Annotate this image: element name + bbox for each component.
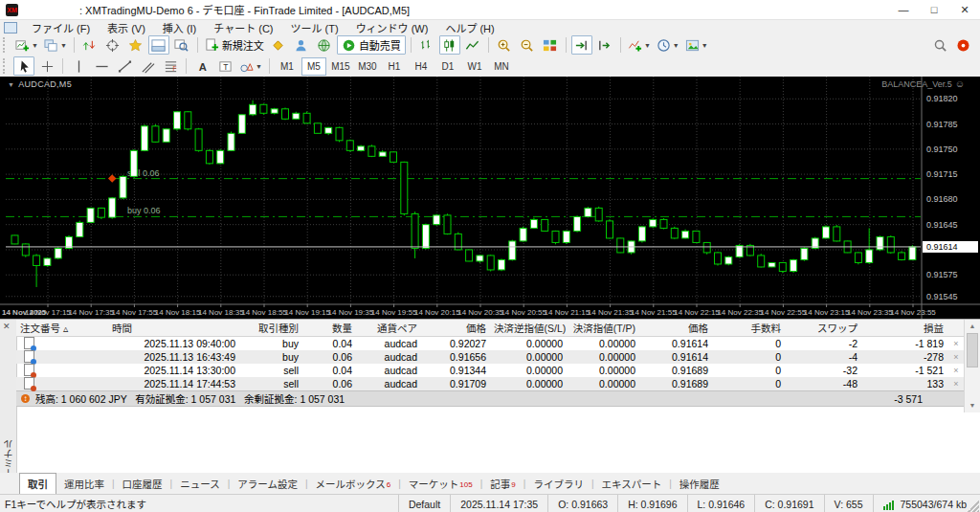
- column-header[interactable]: 時間: [108, 321, 239, 335]
- scroll-down-icon[interactable]: ▼: [965, 399, 980, 412]
- terminal-panel-button[interactable]: [148, 35, 169, 55]
- shapes-tool-button[interactable]: ▼: [237, 56, 264, 76]
- timeframe-m5-button[interactable]: M5: [301, 57, 326, 76]
- menu-item-4[interactable]: ツール (T): [282, 20, 347, 35]
- column-header[interactable]: 価格: [421, 321, 490, 335]
- minimize-button[interactable]: —: [888, 0, 919, 19]
- indicators-button[interactable]: ▼: [626, 35, 653, 55]
- column-header[interactable]: 手数料: [712, 321, 785, 335]
- fibonacci-tool-button[interactable]: F: [160, 56, 181, 76]
- menu-item-5[interactable]: ウィンドウ (W): [347, 20, 437, 35]
- templates-button[interactable]: ▼: [683, 35, 710, 55]
- dropdown-arrow-icon[interactable]: ▼: [644, 42, 651, 49]
- terminal-tab-5[interactable]: メールボックス6: [308, 474, 399, 494]
- notifications-button[interactable]: [952, 35, 973, 55]
- timeframe-mn-button[interactable]: MN: [489, 57, 514, 76]
- maximize-button[interactable]: □: [919, 0, 949, 19]
- search-button[interactable]: [929, 35, 950, 55]
- timeframe-h4-button[interactable]: H4: [409, 57, 434, 76]
- profiles-button[interactable]: ▼: [42, 35, 69, 55]
- chevron-down-icon[interactable]: ▼: [8, 81, 14, 88]
- close-position-icon[interactable]: ×: [947, 379, 965, 389]
- chart-symbol-label[interactable]: ▼AUDCAD,M5: [8, 79, 72, 89]
- resize-grip[interactable]: [968, 501, 979, 512]
- terminal-tab-10[interactable]: 操作履歴: [672, 474, 727, 494]
- column-header[interactable]: 注文番号 ▵: [16, 321, 108, 335]
- crosshair-tool-button[interactable]: [36, 56, 57, 76]
- menu-item-6[interactable]: ヘルプ (H): [436, 20, 502, 35]
- chart-shift-button[interactable]: [594, 35, 615, 55]
- dropdown-arrow-icon[interactable]: ▼: [702, 42, 708, 49]
- scroll-up-icon[interactable]: ▲: [965, 320, 980, 333]
- strategy-tester-button[interactable]: [171, 35, 192, 55]
- close-position-icon[interactable]: ×: [947, 352, 965, 362]
- status-profile[interactable]: Default: [398, 495, 450, 512]
- terminal-tab-7[interactable]: 記事9: [482, 474, 523, 494]
- trade-row[interactable]: 2025.11.14 13:30:00sell0.04audcad0.91344…: [16, 364, 965, 377]
- terminal-tab-1[interactable]: 運用比率: [56, 474, 112, 494]
- column-header[interactable]: スワップ: [785, 321, 861, 335]
- auto-scroll-button[interactable]: [571, 35, 592, 55]
- terminal-tab-9[interactable]: エキスパート: [594, 474, 670, 494]
- column-header[interactable]: 価格: [639, 321, 712, 335]
- dropdown-arrow-icon[interactable]: ▼: [673, 42, 679, 49]
- menu-item-0[interactable]: ファイル (F): [23, 20, 99, 35]
- metaeditor-button[interactable]: [268, 35, 289, 55]
- scroll-thumb[interactable]: [967, 333, 978, 367]
- timeframe-h1-button[interactable]: H1: [382, 57, 407, 76]
- community-button[interactable]: [291, 35, 312, 55]
- dropdown-arrow-icon[interactable]: ▼: [60, 42, 67, 49]
- chart-canvas[interactable]: sell 0.06buy 0.060.918200.917850.917500.…: [0, 77, 980, 319]
- column-header[interactable]: 取引種別: [239, 321, 302, 335]
- label-tool-button[interactable]: T: [214, 56, 235, 76]
- data-window-button[interactable]: [102, 35, 123, 55]
- auto-trading-button[interactable]: 自動売買: [337, 35, 406, 55]
- timeframe-d1-button[interactable]: D1: [435, 57, 460, 76]
- terminal-tab-6[interactable]: マーケット105: [401, 474, 480, 494]
- dropdown-arrow-icon[interactable]: ▼: [256, 63, 262, 70]
- trade-row[interactable]: 2025.11.13 16:43:49buy0.06audcad0.916560…: [16, 350, 965, 364]
- terminal-tab-0[interactable]: 取引: [19, 473, 56, 494]
- column-header[interactable]: 通貨ペア: [356, 321, 421, 335]
- line-chart-mode-button[interactable]: [462, 35, 483, 55]
- toolbar-grip[interactable]: [3, 37, 10, 53]
- ea-smiley-icon[interactable]: ☺: [955, 78, 965, 89]
- market-watch-button[interactable]: [79, 35, 100, 55]
- cursor-tool-button[interactable]: [13, 56, 34, 76]
- candlestick-mode-button[interactable]: [439, 35, 460, 55]
- column-header[interactable]: 決済逆指値(S/L): [490, 321, 567, 335]
- chart-document-icon[interactable]: [4, 22, 17, 33]
- trade-row[interactable]: 2025.11.14 17:44:53sell0.06audcad0.91709…: [16, 377, 965, 390]
- vertical-line-tool-button[interactable]: [68, 56, 89, 76]
- channel-tool-button[interactable]: [137, 56, 158, 76]
- zoom-out-button[interactable]: [517, 35, 538, 55]
- timeframe-w1-button[interactable]: W1: [462, 57, 487, 76]
- terminal-close-icon[interactable]: ✕: [3, 322, 11, 331]
- timeframe-m30-button[interactable]: M30: [355, 57, 380, 76]
- column-header[interactable]: 決済指値(T/P): [567, 321, 639, 335]
- column-header[interactable]: 数量: [302, 321, 356, 335]
- zoom-in-button[interactable]: [494, 35, 515, 55]
- table-scrollbar[interactable]: ▲ ▼: [964, 320, 980, 412]
- terminal-tab-4[interactable]: アラーム設定: [230, 474, 305, 494]
- menu-item-3[interactable]: チャート (C): [205, 20, 281, 35]
- timeframe-m1-button[interactable]: M1: [275, 57, 300, 76]
- trendline-tool-button[interactable]: [114, 56, 135, 76]
- close-position-icon[interactable]: ×: [947, 339, 965, 348]
- periods-button[interactable]: ▼: [655, 35, 681, 55]
- horizontal-line-tool-button[interactable]: [91, 56, 112, 76]
- toolbar-grip[interactable]: [3, 58, 10, 74]
- dropdown-arrow-icon[interactable]: ▼: [32, 42, 38, 49]
- website-button[interactable]: [314, 35, 335, 55]
- timeframe-m15-button[interactable]: M15: [328, 57, 353, 76]
- text-tool-button[interactable]: A: [191, 56, 212, 76]
- new-order-button[interactable]: 新規注文: [203, 35, 266, 55]
- navigator-button[interactable]: [125, 35, 146, 55]
- tile-windows-button[interactable]: [540, 35, 561, 55]
- new-chart-button[interactable]: ▼: [13, 35, 40, 55]
- close-position-icon[interactable]: ×: [947, 366, 965, 375]
- close-button[interactable]: ✕: [949, 0, 980, 19]
- terminal-tab-2[interactable]: 口座履歴: [115, 474, 170, 494]
- trade-row[interactable]: 2025.11.13 09:40:00buy0.04audcad0.920270…: [16, 337, 965, 350]
- menu-item-2[interactable]: 挿入 (I): [154, 20, 205, 35]
